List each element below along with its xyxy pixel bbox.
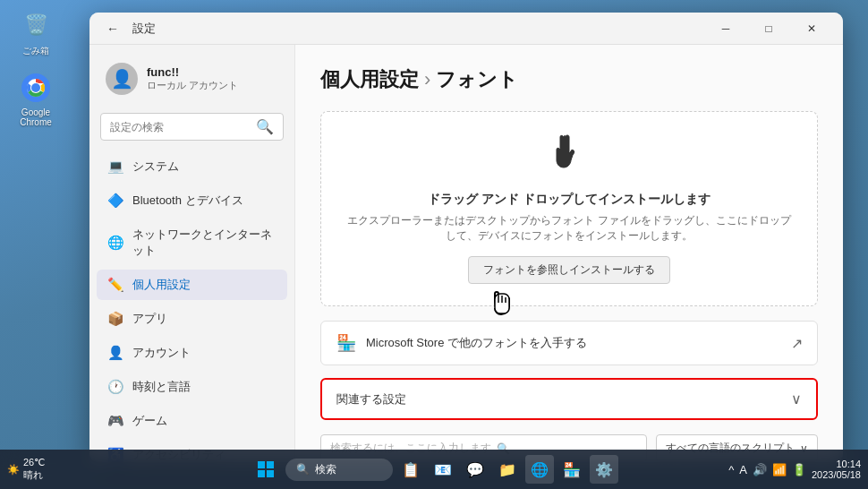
sidebar-item-system-label: システム bbox=[132, 159, 179, 175]
sidebar-item-accounts[interactable]: 👤 アカウント bbox=[97, 338, 287, 368]
system-icon: 💻 bbox=[107, 159, 123, 175]
tray-expand[interactable]: ^ bbox=[728, 463, 734, 476]
search-icon: 🔍 bbox=[256, 118, 274, 135]
drop-zone-title: ドラッグ アンド ドロップしてインストールします bbox=[343, 192, 796, 208]
sidebar-item-apps-label: アプリ bbox=[132, 311, 167, 327]
desktop-icon-chrome[interactable]: GoogleChrome bbox=[9, 72, 63, 127]
settings-window: ← 設定 ─ □ ✕ 👤 func!! ローカル アカウント bbox=[89, 13, 843, 462]
sidebar-search-box[interactable]: 🔍 bbox=[100, 113, 284, 141]
taskbar-explorer[interactable]: 📁 bbox=[493, 455, 522, 484]
window-title: 設定 bbox=[132, 21, 156, 37]
taskbar-weather: ☀️ 26℃晴れ bbox=[7, 457, 45, 482]
back-button[interactable]: ← bbox=[100, 16, 125, 41]
title-bar-nav: ← bbox=[100, 16, 125, 41]
sidebar-item-personalization[interactable]: ✏️ 個人用設定 bbox=[97, 270, 287, 300]
user-role: ローカル アカウント bbox=[147, 79, 238, 92]
sidebar: 👤 func!! ローカル アカウント 🔍 💻 システム bbox=[89, 45, 295, 462]
personalization-icon: ✏️ bbox=[107, 277, 123, 293]
window-body: 👤 func!! ローカル アカウント 🔍 💻 システム bbox=[89, 45, 843, 462]
sidebar-item-gaming-label: ゲーム bbox=[132, 413, 167, 429]
breadcrumb-separator: › bbox=[424, 68, 430, 91]
weather-icon: ☀️ bbox=[7, 464, 20, 476]
taskbar-search[interactable]: 🔍 検索 bbox=[285, 459, 393, 481]
start-button[interactable] bbox=[250, 453, 282, 485]
related-settings-section[interactable]: 関連する設定 ∨ bbox=[320, 378, 818, 420]
user-name: func!! bbox=[147, 65, 238, 79]
title-bar: ← 設定 ─ □ ✕ bbox=[89, 13, 843, 45]
svg-point-3 bbox=[31, 83, 40, 92]
sidebar-item-time-label: 時刻と言語 bbox=[132, 379, 191, 395]
breadcrumb-current: フォント bbox=[436, 66, 518, 93]
store-icon: 🏪 bbox=[336, 332, 357, 354]
main-content: 個人用設定 › フォント ドラッグ アンド ドロップしてインストールします エク… bbox=[295, 45, 843, 462]
font-drop-zone[interactable]: ドラッグ アンド ドロップしてインストールします エクスプローラーまたはデスクト… bbox=[320, 111, 818, 306]
taskbar-search-label: 検索 bbox=[315, 462, 336, 477]
clock-time: 10:14 bbox=[812, 459, 861, 469]
user-area: 👤 func!! ローカル アカウント bbox=[97, 56, 287, 102]
gaming-icon: 🎮 bbox=[107, 413, 123, 429]
system-tray: ^ A 🔊 📶 🔋 bbox=[728, 463, 806, 476]
svg-rect-9 bbox=[267, 461, 274, 468]
store-link-left: 🏪 Microsoft Store で他のフォントを入手する bbox=[336, 332, 587, 354]
chrome-icon bbox=[20, 72, 52, 104]
svg-rect-11 bbox=[267, 470, 274, 477]
store-link-label: Microsoft Store で他のフォントを入手する bbox=[366, 335, 587, 351]
sidebar-item-network[interactable]: 🌐 ネットワークとインターネット bbox=[97, 219, 287, 266]
taskbar-search-icon: 🔍 bbox=[296, 463, 310, 476]
sidebar-item-accounts-label: アカウント bbox=[132, 345, 191, 361]
minimize-button[interactable]: ─ bbox=[705, 13, 746, 45]
sidebar-search-input[interactable] bbox=[110, 121, 251, 133]
weather-text: 26℃晴れ bbox=[23, 457, 45, 482]
window-controls: ─ □ ✕ bbox=[705, 13, 832, 45]
avatar: 👤 bbox=[106, 63, 138, 95]
sidebar-item-bluetooth-label: Bluetooth とデバイス bbox=[132, 193, 243, 209]
svg-rect-8 bbox=[258, 461, 265, 468]
bluetooth-icon: 🔷 bbox=[107, 193, 123, 209]
desktop-icons: 🗑️ ごみ箱 GoogleChrome bbox=[9, 9, 63, 127]
chevron-down-icon: ∨ bbox=[791, 390, 802, 408]
sidebar-item-bluetooth[interactable]: 🔷 Bluetooth とデバイス bbox=[97, 185, 287, 216]
drop-icon bbox=[343, 133, 796, 184]
taskbar-center: 🔍 検索 📋 📧 💬 📁 🌐 🏪 ⚙️ bbox=[250, 453, 618, 485]
sidebar-item-time[interactable]: 🕐 時刻と言語 bbox=[97, 372, 287, 402]
accounts-icon: 👤 bbox=[107, 345, 123, 361]
clock-date: 2023/05/18 bbox=[812, 469, 861, 480]
tray-volume-icon[interactable]: 🔊 bbox=[753, 463, 767, 476]
sidebar-item-gaming[interactable]: 🎮 ゲーム bbox=[97, 406, 287, 436]
external-link-icon: ↗ bbox=[791, 335, 803, 352]
taskbar-left: ☀️ 26℃晴れ bbox=[7, 457, 45, 482]
drop-zone-subtitle: エクスプローラーまたはデスクトップからフォント ファイルをドラッグし、ここにドロ… bbox=[343, 213, 796, 244]
chrome-label: GoogleChrome bbox=[20, 107, 52, 127]
tray-network-icon[interactable]: 📶 bbox=[772, 463, 787, 476]
maximize-button[interactable]: □ bbox=[748, 13, 789, 45]
network-icon: 🌐 bbox=[107, 235, 123, 251]
breadcrumb-parent: 個人用設定 bbox=[320, 66, 419, 93]
taskbar-right: ^ A 🔊 📶 🔋 10:14 2023/05/18 bbox=[728, 459, 861, 480]
user-info: func!! ローカル アカウント bbox=[147, 65, 238, 92]
sidebar-item-personalization-label: 個人用設定 bbox=[132, 277, 191, 293]
desktop-icon-recycle[interactable]: 🗑️ ごみ箱 bbox=[9, 9, 63, 57]
apps-icon: 📦 bbox=[107, 311, 123, 327]
related-settings-label: 関連する設定 bbox=[336, 391, 406, 408]
taskbar-store[interactable]: 🏪 bbox=[557, 455, 586, 484]
tray-battery-icon[interactable]: 🔋 bbox=[792, 463, 806, 476]
time-icon: 🕐 bbox=[107, 379, 123, 395]
tray-font-icon: A bbox=[739, 463, 747, 476]
sidebar-item-network-label: ネットワークとインターネット bbox=[132, 227, 277, 259]
store-link[interactable]: 🏪 Microsoft Store で他のフォントを入手する ↗ bbox=[320, 321, 818, 365]
recycle-bin-label: ごみ箱 bbox=[22, 45, 49, 57]
browse-fonts-button[interactable]: フォントを参照しインストールする bbox=[468, 256, 670, 284]
taskbar-settings[interactable]: ⚙️ bbox=[590, 455, 618, 484]
taskbar-widgets[interactable]: 📋 bbox=[396, 455, 425, 484]
taskbar-edge[interactable]: 🌐 bbox=[525, 455, 554, 484]
taskbar-clock[interactable]: 10:14 2023/05/18 bbox=[812, 459, 861, 480]
svg-rect-10 bbox=[258, 470, 265, 477]
sidebar-item-apps[interactable]: 📦 アプリ bbox=[97, 304, 287, 334]
desktop: 🗑️ ごみ箱 GoogleChrome bbox=[0, 0, 868, 489]
sidebar-item-system[interactable]: 💻 システム bbox=[97, 151, 287, 182]
taskbar-teams[interactable]: 💬 bbox=[461, 455, 489, 484]
taskbar: ☀️ 26℃晴れ 🔍 検索 📋 📧 💬 bbox=[0, 450, 868, 489]
taskbar-mail[interactable]: 📧 bbox=[429, 455, 457, 484]
close-button[interactable]: ✕ bbox=[791, 13, 832, 45]
recycle-bin-icon: 🗑️ bbox=[20, 9, 52, 41]
